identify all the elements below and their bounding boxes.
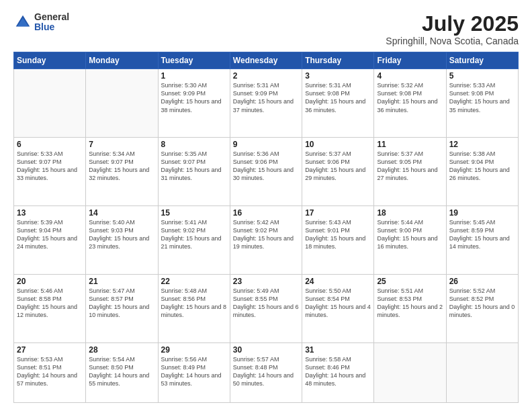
week-row-2: 6Sunrise: 5:33 AMSunset: 9:07 PMDaylight… — [14, 138, 519, 206]
day-info: Sunrise: 5:41 AMSunset: 9:02 PMDaylight:… — [161, 218, 227, 251]
day-number: 19 — [449, 208, 515, 218]
col-sunday: Sunday — [14, 52, 86, 69]
day-number: 12 — [449, 140, 515, 149]
col-tuesday: Tuesday — [158, 52, 230, 69]
day-number: 24 — [305, 277, 371, 286]
table-row: 16Sunrise: 5:42 AMSunset: 9:02 PMDayligh… — [230, 205, 302, 274]
day-info: Sunrise: 5:46 AMSunset: 8:58 PMDaylight:… — [17, 287, 83, 320]
logo-icon — [13, 13, 32, 32]
table-row: 10Sunrise: 5:37 AMSunset: 9:06 PMDayligh… — [302, 138, 374, 206]
day-number: 26 — [449, 277, 515, 286]
calendar-table: Sunday Monday Tuesday Wednesday Thursday… — [13, 52, 519, 403]
day-info: Sunrise: 5:37 AMSunset: 9:05 PMDaylight:… — [377, 150, 443, 183]
day-info: Sunrise: 5:31 AMSunset: 9:09 PMDaylight:… — [233, 81, 299, 114]
week-row-4: 20Sunrise: 5:46 AMSunset: 8:58 PMDayligh… — [14, 274, 519, 342]
table-row: 19Sunrise: 5:45 AMSunset: 8:59 PMDayligh… — [446, 205, 518, 274]
day-info: Sunrise: 5:56 AMSunset: 8:49 PMDaylight:… — [161, 355, 227, 388]
logo-general-text: General — [34, 12, 69, 22]
day-number: 18 — [377, 208, 443, 218]
table-row: 22Sunrise: 5:48 AMSunset: 8:56 PMDayligh… — [158, 274, 230, 342]
day-info: Sunrise: 5:37 AMSunset: 9:06 PMDaylight:… — [305, 150, 371, 183]
table-row: 3Sunrise: 5:31 AMSunset: 9:08 PMDaylight… — [302, 69, 374, 138]
day-info: Sunrise: 5:40 AMSunset: 9:03 PMDaylight:… — [89, 218, 154, 251]
table-row: 18Sunrise: 5:44 AMSunset: 9:00 PMDayligh… — [374, 205, 446, 274]
day-number: 6 — [17, 140, 83, 149]
day-info: Sunrise: 5:47 AMSunset: 8:57 PMDaylight:… — [89, 287, 154, 320]
day-info: Sunrise: 5:51 AMSunset: 8:53 PMDaylight:… — [377, 287, 443, 320]
day-number: 16 — [233, 208, 299, 218]
col-wednesday: Wednesday — [230, 52, 302, 69]
day-number: 2 — [233, 71, 299, 81]
day-number: 30 — [233, 345, 299, 355]
week-row-5: 27Sunrise: 5:53 AMSunset: 8:51 PMDayligh… — [14, 342, 519, 402]
day-number: 23 — [233, 277, 299, 286]
day-number: 11 — [377, 140, 443, 149]
table-row: 9Sunrise: 5:36 AMSunset: 9:06 PMDaylight… — [230, 138, 302, 206]
table-row: 17Sunrise: 5:43 AMSunset: 9:01 PMDayligh… — [302, 205, 374, 274]
day-number: 9 — [233, 140, 299, 149]
col-saturday: Saturday — [446, 52, 518, 69]
day-info: Sunrise: 5:35 AMSunset: 9:07 PMDaylight:… — [161, 150, 227, 183]
table-row: 23Sunrise: 5:49 AMSunset: 8:55 PMDayligh… — [230, 274, 302, 342]
table-row: 13Sunrise: 5:39 AMSunset: 9:04 PMDayligh… — [14, 205, 86, 274]
day-number: 17 — [305, 208, 371, 218]
day-info: Sunrise: 5:49 AMSunset: 8:55 PMDaylight:… — [233, 287, 299, 320]
day-number: 8 — [161, 140, 227, 149]
table-row: 8Sunrise: 5:35 AMSunset: 9:07 PMDaylight… — [158, 138, 230, 206]
day-number: 5 — [449, 71, 515, 81]
day-number: 13 — [17, 208, 83, 218]
title-block: July 2025 Springhill, Nova Scotia, Canad… — [386, 12, 519, 46]
logo: General Blue — [13, 12, 69, 33]
logo-blue-text: Blue — [34, 22, 69, 32]
header-row: Sunday Monday Tuesday Wednesday Thursday… — [14, 52, 519, 69]
day-number: 21 — [89, 277, 154, 286]
table-row — [374, 342, 446, 402]
day-number: 15 — [161, 208, 227, 218]
table-row: 20Sunrise: 5:46 AMSunset: 8:58 PMDayligh… — [14, 274, 86, 342]
day-number: 7 — [89, 140, 154, 149]
day-info: Sunrise: 5:42 AMSunset: 9:02 PMDaylight:… — [233, 218, 299, 251]
day-info: Sunrise: 5:58 AMSunset: 8:46 PMDaylight:… — [305, 355, 371, 388]
day-info: Sunrise: 5:33 AMSunset: 9:08 PMDaylight:… — [449, 81, 515, 114]
table-row: 21Sunrise: 5:47 AMSunset: 8:57 PMDayligh… — [86, 274, 158, 342]
day-info: Sunrise: 5:36 AMSunset: 9:06 PMDaylight:… — [233, 150, 299, 183]
day-info: Sunrise: 5:52 AMSunset: 8:52 PMDaylight:… — [449, 287, 515, 320]
day-info: Sunrise: 5:50 AMSunset: 8:54 PMDaylight:… — [305, 287, 371, 320]
col-friday: Friday — [374, 52, 446, 69]
day-number: 1 — [161, 71, 227, 81]
day-number: 22 — [161, 277, 227, 286]
table-row — [86, 69, 158, 138]
day-info: Sunrise: 5:48 AMSunset: 8:56 PMDaylight:… — [161, 287, 227, 320]
page: General Blue July 2025 Springhill, Nova … — [0, 0, 532, 411]
table-row: 7Sunrise: 5:34 AMSunset: 9:07 PMDaylight… — [86, 138, 158, 206]
week-row-1: 1Sunrise: 5:30 AMSunset: 9:09 PMDaylight… — [14, 69, 519, 138]
day-info: Sunrise: 5:53 AMSunset: 8:51 PMDaylight:… — [17, 355, 83, 388]
day-number: 25 — [377, 277, 443, 286]
day-number: 14 — [89, 208, 154, 218]
table-row: 1Sunrise: 5:30 AMSunset: 9:09 PMDaylight… — [158, 69, 230, 138]
day-number: 10 — [305, 140, 371, 149]
table-row: 14Sunrise: 5:40 AMSunset: 9:03 PMDayligh… — [86, 205, 158, 274]
day-number: 31 — [305, 345, 371, 355]
week-row-3: 13Sunrise: 5:39 AMSunset: 9:04 PMDayligh… — [14, 205, 519, 274]
day-info: Sunrise: 5:43 AMSunset: 9:01 PMDaylight:… — [305, 218, 371, 251]
table-row: 26Sunrise: 5:52 AMSunset: 8:52 PMDayligh… — [446, 274, 518, 342]
table-row — [446, 342, 518, 402]
calendar-title: July 2025 — [386, 12, 519, 36]
day-info: Sunrise: 5:31 AMSunset: 9:08 PMDaylight:… — [305, 81, 371, 114]
day-info: Sunrise: 5:57 AMSunset: 8:48 PMDaylight:… — [233, 355, 299, 388]
day-number: 20 — [17, 277, 83, 286]
day-number: 28 — [89, 345, 154, 355]
table-row: 11Sunrise: 5:37 AMSunset: 9:05 PMDayligh… — [374, 138, 446, 206]
day-info: Sunrise: 5:54 AMSunset: 8:50 PMDaylight:… — [89, 355, 154, 388]
table-row — [14, 69, 86, 138]
col-thursday: Thursday — [302, 52, 374, 69]
day-info: Sunrise: 5:34 AMSunset: 9:07 PMDaylight:… — [89, 150, 154, 183]
day-number: 27 — [17, 345, 83, 355]
table-row: 6Sunrise: 5:33 AMSunset: 9:07 PMDaylight… — [14, 138, 86, 206]
day-number: 3 — [305, 71, 371, 81]
table-row: 4Sunrise: 5:32 AMSunset: 9:08 PMDaylight… — [374, 69, 446, 138]
day-info: Sunrise: 5:44 AMSunset: 9:00 PMDaylight:… — [377, 218, 443, 251]
table-row: 31Sunrise: 5:58 AMSunset: 8:46 PMDayligh… — [302, 342, 374, 402]
table-row: 29Sunrise: 5:56 AMSunset: 8:49 PMDayligh… — [158, 342, 230, 402]
